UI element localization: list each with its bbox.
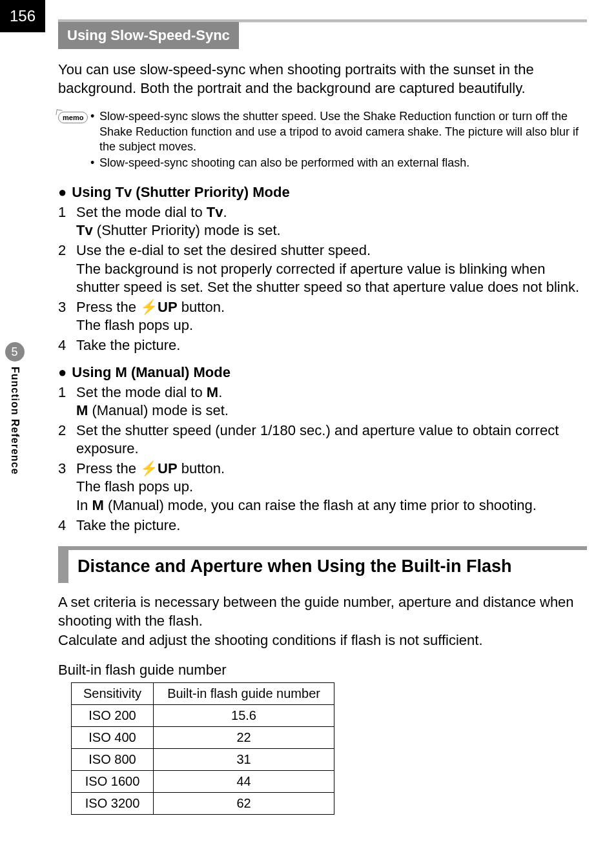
- section-title: Distance and Aperture when Using the Bui…: [77, 557, 587, 577]
- heading-text: (Manual) Mode: [127, 364, 231, 380]
- step-text: (Shutter Priority) mode is set.: [93, 222, 281, 238]
- step-number: 2: [58, 241, 76, 297]
- memo-label: memo: [58, 112, 88, 123]
- tv-symbol: Tv: [76, 222, 93, 238]
- heading-text: Using: [72, 364, 115, 380]
- step-text: Set the mode dial to: [76, 384, 207, 400]
- step-number: 1: [58, 383, 76, 420]
- m-symbol: M: [207, 384, 218, 400]
- step-text: button.: [178, 460, 225, 476]
- step-text: button.: [178, 299, 225, 315]
- heading-text: Using: [72, 184, 115, 200]
- step-text: Take the picture.: [76, 337, 180, 353]
- step-text: In: [76, 497, 92, 513]
- table-row: ISO 1600 44: [72, 771, 334, 793]
- step-text: Use the e-dial to set the desired shutte…: [76, 242, 371, 258]
- table-cell: ISO 800: [72, 749, 154, 771]
- bullet-icon: ●: [58, 184, 67, 201]
- step-number: 3: [58, 298, 76, 335]
- step-item: 2 Set the shutter speed (under 1/180 sec…: [58, 422, 587, 458]
- table-caption: Built-in flash guide number: [58, 662, 587, 679]
- section-paragraph: A set criteria is necessary between the …: [58, 593, 587, 630]
- memo-item: Slow-speed-sync shooting can also be per…: [90, 156, 587, 170]
- step-item: 1 Set the mode dial to M. M (Manual) mod…: [58, 383, 587, 420]
- intro-paragraph: You can use slow-speed-sync when shootin…: [58, 61, 587, 97]
- main-content: Using Slow-Speed-Sync You can use slow-s…: [0, 0, 616, 834]
- tv-mode-heading: ● Using Tv (Shutter Priority) Mode: [58, 184, 587, 201]
- m-symbol: M: [76, 402, 88, 418]
- step-number: 2: [58, 422, 76, 458]
- table-cell: ISO 400: [72, 727, 154, 749]
- step-item: 3 Press the ⚡UP button. The flash pops u…: [58, 460, 587, 515]
- m-mode-heading: ● Using M (Manual) Mode: [58, 364, 587, 381]
- chapter-number-badge: 5: [5, 342, 25, 362]
- step-text: (Manual) mode is set.: [88, 402, 229, 418]
- step-text: Press the: [76, 460, 140, 476]
- step-number: 3: [58, 460, 76, 515]
- step-item: 4 Take the picture.: [58, 336, 587, 355]
- heading-text: (Shutter Priority) Mode: [132, 184, 289, 200]
- step-item: 4 Take the picture.: [58, 516, 587, 535]
- tv-symbol: Tv: [207, 204, 223, 220]
- table-row: ISO 800 31: [72, 749, 334, 771]
- memo-list: Slow-speed-sync slows the shutter speed.…: [90, 109, 587, 172]
- step-text: Set the shutter speed (under 1/180 sec.)…: [76, 422, 559, 457]
- table-cell: ISO 3200: [72, 793, 154, 815]
- flash-up-icon: ⚡UP: [140, 460, 178, 476]
- table-cell: 22: [154, 727, 334, 749]
- table-cell: 44: [154, 771, 334, 793]
- step-text: .: [223, 204, 227, 220]
- m-symbol: M: [92, 497, 103, 513]
- table-cell: 62: [154, 793, 334, 815]
- table-header-guide-number: Built-in flash guide number: [154, 683, 334, 705]
- section-paragraph: Calculate and adjust the shooting condit…: [58, 631, 587, 650]
- side-tab: 5 Function Reference: [0, 342, 29, 475]
- m-symbol: M: [116, 364, 127, 380]
- step-number: 4: [58, 336, 76, 355]
- step-item: 1 Set the mode dial to Tv. Tv (Shutter P…: [58, 203, 587, 240]
- table-cell: ISO 200: [72, 705, 154, 727]
- tv-steps: 1 Set the mode dial to Tv. Tv (Shutter P…: [58, 203, 587, 355]
- guide-number-table: Sensitivity Built-in flash guide number …: [71, 682, 334, 815]
- section-header: Distance and Aperture when Using the Bui…: [58, 546, 587, 583]
- memo-icon: memo: [58, 109, 90, 123]
- subsection-title: Using Slow-Speed-Sync: [58, 22, 239, 49]
- step-item: 2 Use the e-dial to set the desired shut…: [58, 241, 587, 297]
- step-text: Set the mode dial to: [76, 204, 207, 220]
- step-item: 3 Press the ⚡UP button. The flash pops u…: [58, 298, 587, 335]
- step-text: The background is not properly corrected…: [76, 261, 579, 296]
- chapter-label: Function Reference: [9, 367, 21, 475]
- table-cell: 31: [154, 749, 334, 771]
- step-text: The flash pops up.: [76, 317, 193, 333]
- tv-symbol: Tv: [116, 184, 132, 200]
- table-cell: ISO 1600: [72, 771, 154, 793]
- table-row: ISO 200 15.6: [72, 705, 334, 727]
- step-text: The flash pops up.: [76, 478, 193, 495]
- memo-block: memo Slow-speed-sync slows the shutter s…: [58, 109, 587, 172]
- table-row: ISO 3200 62: [72, 793, 334, 815]
- step-number: 1: [58, 203, 76, 240]
- table-row: ISO 400 22: [72, 727, 334, 749]
- page-number: 156: [0, 0, 45, 32]
- step-text: Take the picture.: [76, 517, 180, 533]
- m-steps: 1 Set the mode dial to M. M (Manual) mod…: [58, 383, 587, 535]
- step-text: (Manual) mode, you can raise the flash a…: [104, 497, 537, 513]
- table-header-sensitivity: Sensitivity: [72, 683, 154, 705]
- step-number: 4: [58, 516, 76, 535]
- flash-up-icon: ⚡UP: [140, 299, 178, 315]
- memo-item: Slow-speed-sync slows the shutter speed.…: [90, 109, 587, 154]
- step-text: Press the: [76, 299, 140, 315]
- bullet-icon: ●: [58, 364, 67, 381]
- step-text: .: [218, 384, 222, 400]
- table-cell: 15.6: [154, 705, 334, 727]
- subsection-header: Using Slow-Speed-Sync: [58, 19, 587, 49]
